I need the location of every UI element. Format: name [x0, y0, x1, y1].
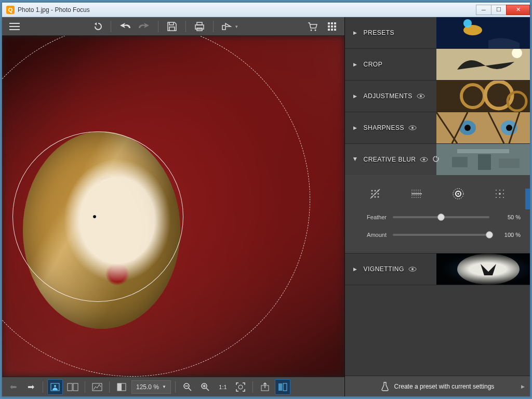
- redo-icon: [139, 23, 150, 30]
- svg-point-37: [423, 158, 425, 161]
- svg-point-57: [499, 190, 500, 191]
- maximize-button[interactable]: ☐: [491, 5, 507, 15]
- menu-button[interactable]: [6, 19, 23, 34]
- create-preset-label: Create a preset with current settings: [394, 383, 495, 390]
- side-panel: ▶ PRESETS ▶ CROP ▶: [345, 17, 530, 396]
- visibility-toggle-icon[interactable]: [420, 157, 428, 162]
- view-single-button[interactable]: [47, 379, 63, 395]
- slider-label: Amount: [354, 232, 387, 238]
- svg-point-47: [371, 193, 373, 195]
- svg-point-20: [463, 19, 472, 28]
- panel-header-adjustments[interactable]: ▶ ADJUSTMENTS: [345, 81, 530, 112]
- grid-view-button[interactable]: [324, 19, 340, 34]
- chevron-right-icon: ▶: [353, 30, 357, 35]
- svg-point-62: [496, 197, 497, 198]
- visibility-toggle-icon[interactable]: [408, 125, 417, 130]
- histogram-icon: [92, 383, 102, 391]
- blur-inner-circle[interactable]: [12, 131, 184, 302]
- zoom-fit-button[interactable]: [233, 379, 248, 395]
- blur-mode-row: [354, 182, 521, 205]
- zoom-out-button[interactable]: [180, 379, 195, 395]
- slider-knob[interactable]: [486, 231, 493, 238]
- view-split-button[interactable]: [65, 379, 81, 395]
- compare-icon: [278, 382, 287, 392]
- zoom-in-button[interactable]: [197, 379, 213, 395]
- canvas[interactable]: [2, 36, 344, 377]
- cart-icon: [307, 22, 317, 31]
- panel-thumb-adjustments: [436, 81, 530, 112]
- redo-button[interactable]: [136, 19, 153, 34]
- blur-mode-grid[interactable]: [489, 185, 510, 202]
- svg-rect-11: [117, 383, 122, 391]
- svg-point-66: [411, 268, 414, 270]
- share-button[interactable]: [219, 19, 235, 34]
- bg-icon: [117, 383, 126, 391]
- panel-thumb-crop: [436, 49, 530, 80]
- zoom-in-icon: [201, 382, 210, 392]
- zoom-display[interactable]: 125.0 %▼: [131, 380, 171, 394]
- slider-track-amount[interactable]: [393, 234, 489, 236]
- svg-point-6: [54, 385, 56, 387]
- panel-header-vignetting[interactable]: ▶ VIGNETTING: [345, 254, 530, 285]
- chevron-right-icon: ▶: [521, 384, 525, 389]
- side-expand-tab[interactable]: [525, 189, 530, 209]
- nav-prev-button[interactable]: ⬅: [5, 379, 21, 395]
- slider-track-feather[interactable]: [393, 216, 489, 218]
- panel-label: ADJUSTMENTS: [364, 92, 413, 100]
- blur-center-handle[interactable]: [92, 215, 97, 219]
- panel-header-presets[interactable]: ▶ PRESETS: [345, 17, 530, 48]
- blur-mode-linear[interactable]: [406, 185, 427, 202]
- svg-point-58: [503, 190, 504, 191]
- panel-sharpness: ▶ SHARPNESS: [345, 112, 530, 144]
- svg-rect-8: [73, 383, 78, 391]
- visibility-toggle-icon[interactable]: [408, 267, 417, 272]
- svg-rect-1: [197, 22, 202, 25]
- bottom-toolbar: ⬅ ➡ 125.0 %▼: [2, 377, 344, 396]
- svg-point-55: [458, 193, 459, 195]
- slider-value: 100 %: [496, 232, 521, 238]
- panel-thumb-vignetting: [436, 254, 530, 285]
- histogram-button[interactable]: [89, 379, 105, 395]
- export-button[interactable]: [257, 379, 273, 395]
- slider-knob[interactable]: [437, 214, 445, 221]
- svg-rect-17: [283, 383, 287, 391]
- blur-mode-none[interactable]: [365, 185, 385, 202]
- panel-header-creative-blur[interactable]: ▶ CREATIVE BLUR: [345, 144, 530, 175]
- panel-header-sharpness[interactable]: ▶ SHARPNESS: [345, 112, 530, 143]
- panel-label: PRESETS: [364, 29, 395, 36]
- svg-point-35: [506, 125, 512, 131]
- minimize-button[interactable]: ─: [476, 5, 491, 15]
- panel-header-crop[interactable]: ▶ CROP: [345, 49, 530, 80]
- svg-point-30: [411, 127, 414, 129]
- cart-button[interactable]: [304, 19, 321, 34]
- panel-label: CREATIVE BLUR: [364, 156, 416, 163]
- side-footer[interactable]: Create a preset with current settings ▶: [345, 376, 530, 396]
- zoom-actual-button[interactable]: 1:1: [215, 379, 231, 395]
- print-button[interactable]: [191, 19, 208, 34]
- nav-next-button[interactable]: ➡: [23, 379, 38, 395]
- zoom-value: 125.0 %: [136, 383, 159, 391]
- panel-vignetting: ▶ VIGNETTING: [345, 254, 530, 285]
- svg-rect-69: [436, 254, 530, 285]
- panel-presets: ▶ PRESETS: [345, 17, 530, 49]
- visibility-toggle-icon[interactable]: [417, 94, 425, 99]
- blur-mode-radial[interactable]: [448, 185, 469, 202]
- svg-point-64: [503, 197, 504, 198]
- panel-thumb-sharpness: [436, 112, 530, 143]
- grid-icon: [327, 22, 337, 31]
- save-button[interactable]: [164, 19, 180, 34]
- background-toggle[interactable]: [114, 379, 129, 395]
- undo-all-button[interactable]: [89, 19, 105, 34]
- svg-point-61: [503, 193, 504, 194]
- svg-point-45: [375, 190, 376, 192]
- svg-point-56: [496, 190, 497, 191]
- print-icon: [194, 22, 205, 31]
- window-buttons: ─ ☐ ✕: [476, 5, 530, 15]
- compare-button[interactable]: [275, 379, 290, 395]
- close-button[interactable]: ✕: [506, 5, 530, 15]
- slider-feather: Feather 50 %: [354, 208, 521, 226]
- chevron-right-icon: ▶: [353, 62, 357, 67]
- undo-button[interactable]: [116, 19, 133, 34]
- reset-icon[interactable]: [432, 156, 440, 163]
- svg-point-51: [375, 196, 376, 198]
